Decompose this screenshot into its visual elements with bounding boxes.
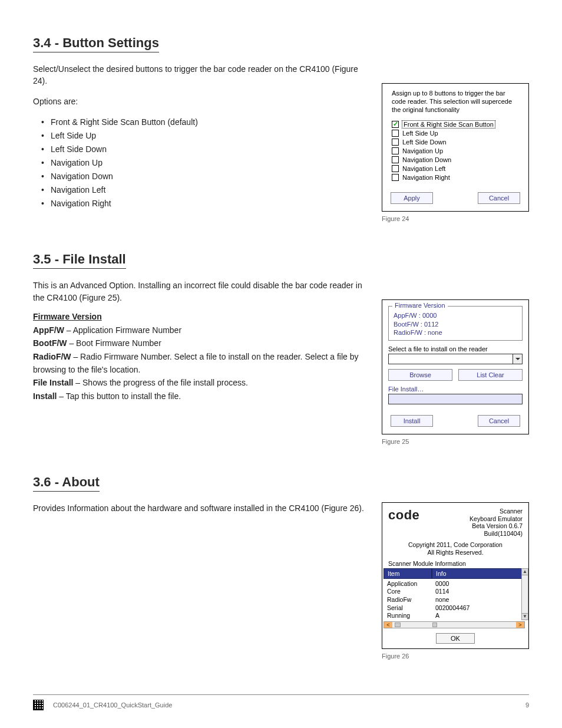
table-row: Serial bbox=[387, 604, 428, 612]
checkbox-icon[interactable] bbox=[392, 147, 399, 154]
checkbox-label: Navigation Left bbox=[402, 165, 445, 172]
figure-26-dialog: code Scanner Keyboard Emulator Beta Vers… bbox=[382, 502, 529, 649]
checkbox-row-nav-left[interactable]: Navigation Left bbox=[388, 164, 523, 173]
apply-button[interactable]: Apply bbox=[391, 192, 433, 204]
checkbox-row-front-right[interactable]: Front & Right Side Scan Button bbox=[388, 120, 523, 129]
chevron-down-icon[interactable] bbox=[513, 354, 522, 364]
radiofw-value: RadioF/W : none bbox=[394, 328, 517, 337]
table-row: Running bbox=[387, 612, 428, 620]
figure-26-caption: Figure 26 bbox=[382, 653, 529, 660]
figure-24-caption: Figure 24 bbox=[382, 215, 529, 222]
list-item: Left Side Down bbox=[51, 143, 364, 156]
list-item: Front & Right Side Scan Button (default) bbox=[51, 116, 364, 129]
about-title-block: Scanner Keyboard Emulator Beta Version 0… bbox=[424, 508, 523, 537]
bootfw-value: BootF/W : 0112 bbox=[394, 320, 517, 328]
bootfw-line: BootF/W – Boot Firmware Number bbox=[33, 337, 364, 350]
browse-button[interactable]: Browse bbox=[388, 369, 452, 381]
vertical-scrollbar[interactable]: ▲ ▼ bbox=[521, 568, 528, 620]
list-item: Navigation Left bbox=[51, 183, 364, 197]
figure-25-dialog: Firmware Version AppF/W : 0000 BootF/W :… bbox=[382, 299, 529, 434]
checkbox-label: Left Side Down bbox=[402, 139, 447, 146]
th-info: Info bbox=[432, 568, 525, 579]
list-item: Navigation Down bbox=[51, 170, 364, 183]
heading-file-install: 3.5 - File Install bbox=[33, 252, 126, 269]
firmware-version-heading: Firmware Version bbox=[33, 312, 364, 321]
list-item: Left Side Up bbox=[51, 129, 364, 143]
scanner-info-table: Item Info Application Core RadioFw Seria… bbox=[384, 568, 525, 628]
sec34-options-label: Options are: bbox=[33, 95, 364, 107]
table-row: 0020004467 bbox=[435, 604, 521, 612]
checkbox-icon[interactable] bbox=[392, 121, 399, 128]
install-button[interactable]: Install bbox=[391, 415, 433, 427]
checkbox-label: Navigation Right bbox=[402, 174, 450, 181]
list-clear-button[interactable]: List Clear bbox=[458, 369, 523, 381]
checkbox-icon[interactable] bbox=[392, 130, 399, 137]
list-item: Navigation Right bbox=[51, 197, 364, 210]
scroll-thumb[interactable] bbox=[395, 622, 401, 627]
checkbox-label: Navigation Down bbox=[402, 156, 451, 163]
select-file-label: Select a file to install on the reader bbox=[388, 345, 523, 353]
footer-page-number: 9 bbox=[525, 701, 529, 709]
cancel-button[interactable]: Cancel bbox=[478, 415, 520, 427]
horizontal-scrollbar[interactable]: < > bbox=[384, 621, 525, 628]
heading-about: 3.6 - About bbox=[33, 475, 100, 492]
checkbox-label: Front & Right Side Scan Button bbox=[402, 121, 495, 128]
sec36-intro: Provides Information about the hardware … bbox=[33, 502, 364, 514]
footer-doc-name: C006244_01_CR4100_QuickStart_Guide bbox=[53, 701, 172, 709]
table-row: none bbox=[435, 596, 521, 604]
checkbox-row-left-side-down[interactable]: Left Side Down bbox=[388, 137, 523, 146]
heading-button-settings: 3.4 - Button Settings bbox=[33, 35, 159, 52]
fieldset-legend: Firmware Version bbox=[392, 302, 448, 309]
table-row: RadioFw bbox=[387, 596, 428, 604]
scanner-module-info-label: Scanner Module Information bbox=[382, 560, 528, 568]
appfw-value: AppF/W : 0000 bbox=[394, 311, 517, 319]
fileinstall-line: File Install – Shows the progress of the… bbox=[33, 376, 364, 389]
checkbox-icon[interactable] bbox=[392, 165, 399, 172]
th-item: Item bbox=[384, 568, 432, 579]
figure-24-dialog: Assign up to 8 buttons to trigger the ba… bbox=[382, 83, 529, 212]
checkbox-row-nav-right[interactable]: Navigation Right bbox=[388, 173, 523, 182]
fig24-description: Assign up to 8 buttons to trigger the ba… bbox=[388, 90, 523, 114]
sec35-intro: This is an Advanced Option. Installing a… bbox=[33, 279, 364, 304]
table-row: Core bbox=[387, 588, 428, 596]
appfw-line: AppF/W – Application Firmware Number bbox=[33, 324, 364, 337]
scroll-up-icon[interactable]: ▲ bbox=[522, 569, 528, 575]
firmware-version-fieldset: Firmware Version AppF/W : 0000 BootF/W :… bbox=[388, 306, 523, 341]
code-logo: code bbox=[388, 508, 419, 523]
sec34-intro: Select/Unselect the desired buttons to t… bbox=[33, 63, 364, 87]
scroll-down-icon[interactable]: ▼ bbox=[522, 613, 528, 620]
qr-icon bbox=[33, 700, 44, 710]
table-row: 0114 bbox=[435, 588, 521, 596]
figure-25-caption: Figure 25 bbox=[382, 438, 529, 445]
checkbox-label: Navigation Up bbox=[402, 147, 443, 154]
sec34-options-list: Front & Right Side Scan Button (default)… bbox=[33, 116, 364, 211]
page-footer: C006244_01_CR4100_QuickStart_Guide 9 bbox=[33, 694, 529, 710]
checkbox-icon[interactable] bbox=[392, 139, 399, 146]
resize-grip-icon[interactable] bbox=[432, 622, 437, 627]
checkbox-row-nav-down[interactable]: Navigation Down bbox=[388, 155, 523, 164]
table-row: A bbox=[435, 612, 521, 620]
scroll-right-icon[interactable]: > bbox=[516, 622, 524, 628]
scroll-left-icon[interactable]: < bbox=[384, 622, 392, 628]
cancel-button[interactable]: Cancel bbox=[478, 192, 520, 204]
ok-button[interactable]: OK bbox=[436, 633, 475, 644]
checkbox-icon[interactable] bbox=[392, 156, 399, 163]
install-line: Install – Tap this button to install the… bbox=[33, 390, 364, 403]
checkbox-row-nav-up[interactable]: Navigation Up bbox=[388, 146, 523, 155]
radiofw-line: RadioF/W – Radio Firmware Number. Select… bbox=[33, 350, 364, 377]
file-install-progress-label: File Install… bbox=[388, 386, 523, 393]
file-install-progress-bar bbox=[388, 394, 523, 404]
checkbox-icon[interactable] bbox=[392, 174, 399, 181]
table-row: Application bbox=[387, 580, 428, 588]
about-copyright: Copyright 2011, Code Corporation All Rig… bbox=[382, 540, 528, 560]
table-row: 0000 bbox=[435, 580, 521, 588]
checkbox-label: Left Side Up bbox=[402, 130, 438, 137]
checkbox-row-left-side-up[interactable]: Left Side Up bbox=[388, 129, 523, 137]
file-select-dropdown[interactable] bbox=[388, 354, 523, 364]
list-item: Navigation Up bbox=[51, 156, 364, 170]
